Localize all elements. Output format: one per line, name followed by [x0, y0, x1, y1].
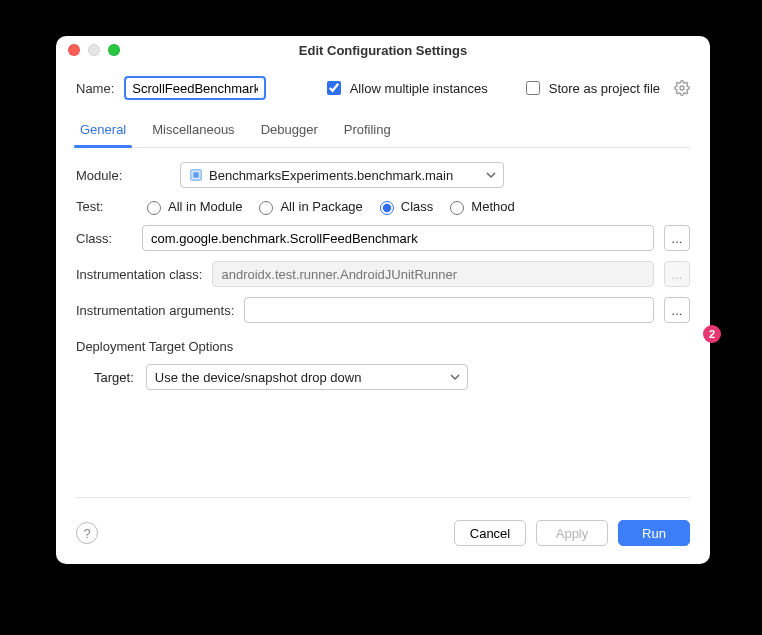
cancel-button[interactable]: Cancel	[454, 520, 526, 546]
radio-all-in-package[interactable]: All in Package	[254, 198, 362, 215]
target-value: Use the device/snapshot drop down	[155, 370, 362, 385]
instrumentation-class-row: Instrumentation class: ...	[76, 261, 690, 287]
test-radio-group: All in Module All in Package Class Metho…	[142, 198, 523, 215]
module-row: Module: BenchmarksExperiments.benchmark.…	[76, 162, 690, 188]
radio-class[interactable]: Class	[375, 198, 434, 215]
name-label: Name:	[76, 81, 114, 96]
allow-multiple-label: Allow multiple instances	[350, 81, 488, 96]
tab-profiling[interactable]: Profiling	[340, 116, 395, 147]
dialog-content: Name: Allow multiple instances Store as …	[56, 64, 710, 520]
tab-debugger[interactable]: Debugger	[257, 116, 322, 147]
titlebar: Edit Configuration Settings	[56, 36, 710, 64]
apply-button[interactable]: Apply	[536, 520, 608, 546]
test-row: Test: All in Module All in Package Class…	[76, 198, 690, 215]
radio-method[interactable]: Method	[445, 198, 514, 215]
module-dropdown[interactable]: BenchmarksExperiments.benchmark.main	[180, 162, 504, 188]
class-row: Class: ...	[76, 225, 690, 251]
svg-point-0	[680, 86, 684, 90]
tab-miscellaneous[interactable]: Miscellaneous	[148, 116, 238, 147]
target-label: Target:	[94, 370, 134, 385]
module-icon	[189, 168, 209, 182]
deployment-target-options-title: Deployment Target Options	[76, 339, 690, 354]
instrumentation-arguments-input[interactable]	[244, 297, 654, 323]
target-row: Target: Use the device/snapshot drop dow…	[94, 364, 690, 390]
module-label: Module:	[76, 168, 132, 183]
instrumentation-arguments-browse-button[interactable]: ...	[664, 297, 690, 323]
class-input[interactable]	[142, 225, 654, 251]
dialog-title: Edit Configuration Settings	[56, 43, 710, 58]
allow-multiple-instances-checkbox[interactable]: Allow multiple instances	[323, 78, 488, 98]
instrumentation-arguments-label: Instrumentation arguments:	[76, 303, 234, 318]
svg-rect-2	[193, 172, 198, 177]
instrumentation-class-input	[212, 261, 654, 287]
instrumentation-class-browse-button: ...	[664, 261, 690, 287]
class-browse-button[interactable]: ...	[664, 225, 690, 251]
instrumentation-class-label: Instrumentation class:	[76, 267, 202, 282]
name-input[interactable]	[124, 76, 266, 100]
help-button[interactable]: ?	[76, 522, 98, 544]
dialog-footer: ? Cancel Apply Run	[56, 520, 710, 564]
store-project-label: Store as project file	[549, 81, 660, 96]
gear-icon[interactable]	[674, 80, 690, 96]
instrumentation-arguments-row: Instrumentation arguments: ...	[76, 297, 690, 323]
store-as-project-file-checkbox[interactable]: Store as project file	[522, 78, 660, 98]
name-row: Name: Allow multiple instances Store as …	[76, 76, 690, 100]
tab-general[interactable]: General	[76, 116, 130, 147]
notification-badge[interactable]: 2	[703, 325, 721, 343]
radio-all-in-module[interactable]: All in Module	[142, 198, 242, 215]
target-dropdown[interactable]: Use the device/snapshot drop down	[146, 364, 468, 390]
run-button[interactable]: Run	[618, 520, 690, 546]
dialog-window: Edit Configuration Settings Name: Allow …	[56, 36, 710, 564]
tabs: General Miscellaneous Debugger Profiling	[76, 116, 690, 148]
store-project-checkbox-control[interactable]	[526, 81, 540, 95]
test-label: Test:	[76, 199, 132, 214]
allow-multiple-checkbox-control[interactable]	[327, 81, 341, 95]
class-label: Class:	[76, 231, 132, 246]
module-value: BenchmarksExperiments.benchmark.main	[209, 168, 453, 183]
